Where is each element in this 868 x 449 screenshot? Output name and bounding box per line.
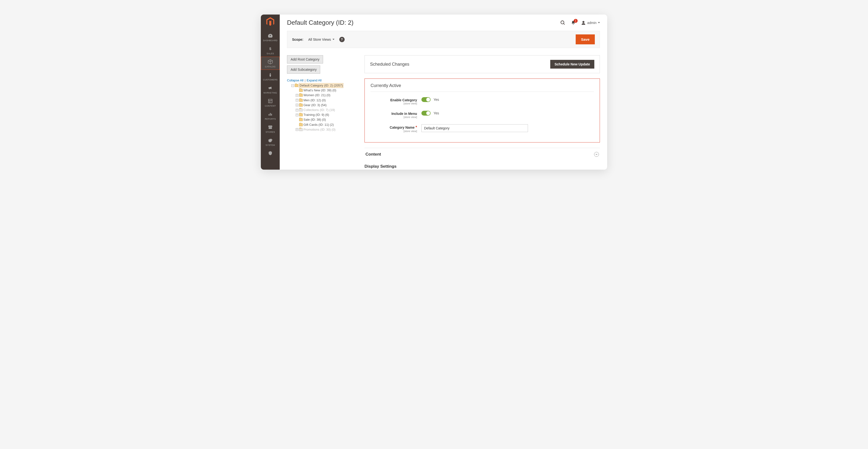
svg-text:$: $: [269, 47, 272, 51]
chevron-down-icon: [594, 152, 599, 157]
folder-icon: [299, 94, 303, 97]
megaphone-icon: [268, 85, 273, 91]
svg-rect-2: [269, 99, 272, 103]
enable-category-toggle[interactable]: [422, 97, 431, 102]
tree-node-root[interactable]: − Default Category (ID: 2) (2057): [287, 83, 360, 88]
tree-node[interactable]: + Promotions (ID: 30) (0): [287, 127, 360, 132]
tree-node[interactable]: What's New (ID: 39) (0): [287, 88, 360, 93]
category-name-label: Category Name: [390, 125, 414, 129]
scope-select[interactable]: All Store Views: [308, 37, 335, 41]
bars-icon: [268, 112, 273, 117]
display-settings-section-toggle[interactable]: Display Settings: [365, 160, 600, 169]
scope-hint: [store view]: [371, 102, 417, 105]
folder-icon: [299, 99, 303, 102]
currently-active-title: Currently Active: [371, 83, 594, 92]
tree-node[interactable]: Gift Cards (ID: 11) (2): [287, 122, 360, 127]
storefront-icon: [268, 124, 273, 130]
tree-node[interactable]: + Training (ID: 9) (6): [287, 113, 360, 117]
svg-rect-5: [269, 114, 269, 116]
field-category-name: Category Name* [store view]: [371, 121, 594, 136]
scheduled-changes-panel: Scheduled Changes Schedule New Update: [365, 55, 600, 73]
user-menu[interactable]: admin: [581, 20, 600, 25]
collapse-all-link[interactable]: Collapse All: [287, 79, 304, 82]
header-actions: 1 admin: [560, 20, 600, 25]
sidebar-item-content[interactable]: CONTENT: [261, 96, 280, 109]
folder-icon: [299, 109, 303, 112]
tree-links: Collapse All|Expand All: [287, 79, 360, 82]
tree-node[interactable]: + Women (ID: 21) (0): [287, 93, 360, 98]
box-icon: [268, 59, 273, 64]
notifications-icon[interactable]: 1: [571, 20, 576, 25]
sidebar: DASHBOARD $ SALES CATALOG CUSTOMERS MARK…: [261, 14, 280, 170]
main: Default Category (ID: 2) 1 admin Scope:: [280, 14, 607, 170]
caret-down-icon: [333, 39, 335, 40]
tree-toggle-icon[interactable]: −: [291, 84, 294, 87]
sidebar-item-catalog[interactable]: CATALOG: [261, 57, 280, 70]
folder-icon: [299, 104, 303, 107]
category-name-input[interactable]: [422, 124, 528, 132]
toggle-state: Yes: [434, 98, 439, 101]
tree-toggle-icon[interactable]: +: [296, 114, 299, 116]
search-icon[interactable]: [560, 20, 565, 25]
gear-icon: [268, 138, 273, 143]
user-icon: [581, 20, 586, 25]
folder-icon: [299, 123, 303, 126]
include-in-menu-toggle[interactable]: [422, 111, 431, 116]
enable-category-label: Enable Category: [371, 98, 417, 102]
sidebar-item-dashboard[interactable]: DASHBOARD: [261, 31, 280, 43]
sidebar-item-sales[interactable]: $ SALES: [261, 43, 280, 57]
header: Default Category (ID: 2) 1 admin: [280, 14, 607, 30]
category-tree: − Default Category (ID: 2) (2057) What's…: [287, 83, 360, 132]
sidebar-item-marketing[interactable]: MARKETING: [261, 83, 280, 96]
svg-point-10: [583, 21, 584, 23]
page-title: Default Category (ID: 2): [287, 19, 560, 26]
sidebar-item-customers[interactable]: CUSTOMERS: [261, 70, 280, 83]
sidebar-item-partners[interactable]: FIND PARTNERS: [261, 148, 280, 155]
sidebar-item-system[interactable]: SYSTEM: [261, 135, 280, 148]
scope-hint: [store view]: [371, 116, 417, 119]
tree-toggle-icon[interactable]: +: [296, 104, 299, 107]
svg-rect-6: [270, 113, 271, 116]
tree-panel: Add Root Category Add Subcategory Collap…: [287, 55, 360, 170]
folder-icon: [299, 113, 303, 116]
content-section-toggle[interactable]: Content: [365, 148, 600, 160]
save-button[interactable]: Save: [576, 34, 595, 44]
help-icon[interactable]: ?: [339, 37, 345, 42]
tree-toggle-icon[interactable]: +: [296, 94, 299, 97]
svg-point-1: [270, 73, 271, 74]
include-in-menu-label: Include in Menu: [371, 112, 417, 116]
tree-node[interactable]: + Collections (ID: 7) (19): [287, 108, 360, 113]
user-name: admin: [587, 21, 596, 25]
toggle-state: Yes: [434, 111, 439, 115]
tree-toggle-icon[interactable]: +: [296, 128, 299, 131]
gauge-icon: [268, 33, 273, 38]
expand-all-link[interactable]: Expand All: [307, 79, 321, 82]
add-subcategory-button[interactable]: Add Subcategory: [287, 65, 320, 74]
field-include-in-menu: Include in Menu [store view] Yes: [371, 108, 594, 121]
schedule-new-update-button[interactable]: Schedule New Update: [550, 60, 594, 68]
folder-icon: [299, 128, 303, 131]
tree-toggle-icon[interactable]: +: [296, 109, 299, 112]
layout-icon: [268, 98, 273, 104]
field-enable-category: Enable Category [store view] Yes: [371, 94, 594, 108]
magento-logo[interactable]: [266, 18, 275, 26]
notification-badge: 1: [574, 19, 578, 23]
add-root-category-button[interactable]: Add Root Category: [287, 55, 323, 63]
dollar-icon: $: [268, 46, 273, 51]
currently-active-section: Currently Active Enable Category [store …: [365, 79, 600, 143]
person-icon: [268, 72, 273, 78]
svg-rect-7: [271, 114, 272, 116]
content-area: Add Root Category Add Subcategory Collap…: [280, 48, 607, 170]
scheduled-changes-title: Scheduled Changes: [370, 62, 550, 67]
folder-icon: [299, 89, 303, 92]
partners-icon: [268, 151, 273, 155]
tree-toggle-icon[interactable]: +: [296, 99, 299, 101]
sidebar-item-reports[interactable]: REPORTS: [261, 109, 280, 122]
sidebar-item-stores[interactable]: STORES: [261, 122, 280, 135]
right-panel: Scheduled Changes Schedule New Update Cu…: [365, 55, 600, 170]
caret-down-icon: [598, 22, 600, 23]
tree-node[interactable]: Sale (ID: 38) (0): [287, 117, 360, 122]
tree-node[interactable]: + Men (ID: 12) (0): [287, 98, 360, 103]
tree-node[interactable]: + Gear (ID: 3) (54): [287, 103, 360, 108]
folder-icon: [299, 118, 303, 121]
